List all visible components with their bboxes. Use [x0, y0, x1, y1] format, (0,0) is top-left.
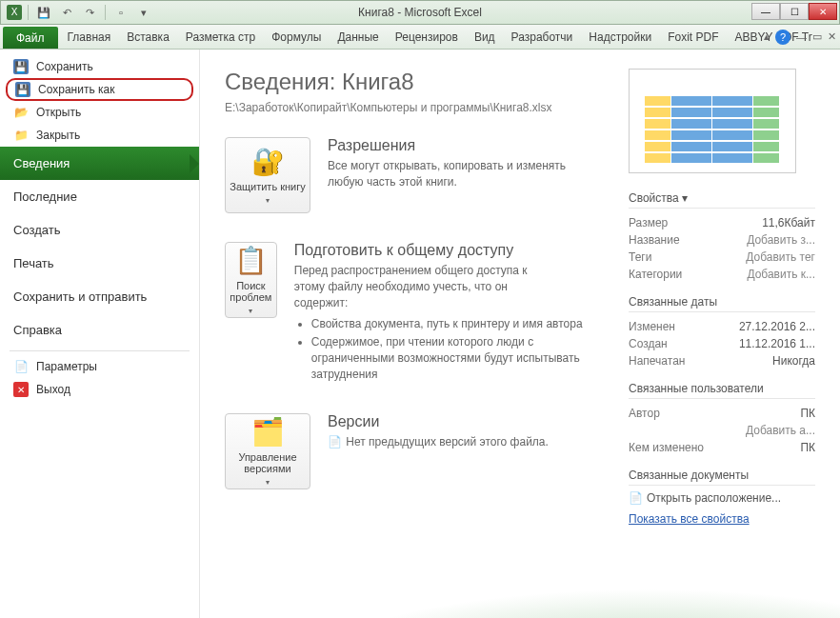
prop-created: Создан11.12.2016 1...: [629, 335, 815, 352]
prop-size: Размер11,6Кбайт: [629, 214, 815, 231]
prop-author: АвторПК: [629, 405, 815, 422]
sidebar-save-send[interactable]: Сохранить и отправить: [0, 280, 199, 313]
prop-title[interactable]: НазваниеДобавить з...: [629, 231, 815, 249]
prepare-section: 📋 Поиск проблем▾ Подготовить к общему до…: [225, 242, 619, 385]
titlebar: X 💾 ↶ ↷ ▫ ▾ Книга8 - Microsoft Excel — ☐…: [0, 0, 840, 25]
docs-header: Связанные документы: [629, 466, 815, 486]
info-main: Сведения: Книга8 E:\Заработок\Копирайт\К…: [225, 69, 619, 599]
file-tab[interactable]: Файл: [3, 27, 58, 49]
tab-review[interactable]: Рецензиров: [388, 25, 467, 49]
prepare-desc: Перед распространением общего доступа к …: [294, 263, 561, 310]
ribbon: Файл Главная Вставка Разметка стр Формул…: [0, 25, 840, 50]
mdi-minimize-icon[interactable]: —: [796, 31, 807, 43]
save-icon[interactable]: 💾: [34, 3, 53, 22]
prop-printed: НапечатанНикогда: [629, 352, 815, 369]
sidebar-new[interactable]: Создать: [0, 213, 199, 247]
prop-modified: Изменен27.12.2016 2...: [629, 318, 815, 335]
excel-icon: X: [7, 5, 22, 20]
help-icon[interactable]: ?: [775, 30, 790, 45]
qat-dropdown-icon[interactable]: ▾: [134, 3, 153, 22]
tab-pagelayout[interactable]: Разметка стр: [178, 25, 264, 49]
prepare-title: Подготовить к общему доступу: [294, 242, 619, 259]
qat-slot-icon[interactable]: ▫: [111, 3, 130, 22]
dates-header: Связанные даты: [629, 292, 815, 312]
permissions-title: Разрешения: [328, 137, 594, 154]
sidebar-exit[interactable]: Выход: [0, 378, 199, 401]
file-path: E:\Заработок\Копирайт\Компьютеры и прогр…: [225, 101, 619, 114]
close-button[interactable]: ✕: [809, 3, 837, 20]
tab-developer[interactable]: Разработчи: [504, 25, 582, 49]
minimize-button[interactable]: —: [751, 3, 780, 20]
tab-addins[interactable]: Надстройки: [581, 25, 660, 49]
sidebar-print[interactable]: Печать: [0, 247, 199, 280]
sidebar-options[interactable]: Параметры: [0, 355, 199, 378]
versions-icon: 🗂️: [251, 416, 285, 448]
tab-home[interactable]: Главная: [60, 25, 120, 49]
mdi-close-icon[interactable]: ✕: [828, 30, 836, 43]
sidebar-recent[interactable]: Последние: [0, 180, 199, 213]
backstage-sidebar: Сохранить Сохранить как Открыть Закрыть …: [0, 50, 200, 618]
prop-changed-by: Кем измененоПК: [629, 439, 815, 456]
prop-categories[interactable]: КатегорииДобавить к...: [629, 266, 815, 283]
maximize-button[interactable]: ☐: [780, 3, 809, 20]
protect-workbook-button[interactable]: 🔐 Защитить книгу▾: [225, 137, 310, 213]
sidebar-info[interactable]: Сведения: [0, 147, 199, 180]
sidebar-save-as[interactable]: Сохранить как: [6, 78, 193, 101]
lock-icon: 🔐: [251, 146, 285, 177]
backstage: Сохранить Сохранить как Открыть Закрыть …: [0, 50, 840, 618]
versions-section: 🗂️ Управление версиями▾ Версии 📄 Нет пре…: [225, 413, 619, 489]
open-icon: [13, 105, 29, 120]
document-thumbnail[interactable]: [629, 69, 796, 173]
options-icon: [13, 359, 29, 374]
sidebar-save[interactable]: Сохранить: [0, 55, 199, 78]
users-header: Связанные пользователи: [629, 379, 815, 399]
permissions-section: 🔐 Защитить книгу▾ Разрешения Все могут о…: [225, 137, 619, 213]
chevron-down-icon: ▾: [266, 478, 270, 487]
sidebar-help[interactable]: Справка: [0, 313, 199, 347]
sidebar-open[interactable]: Открыть: [0, 101, 199, 124]
redo-icon[interactable]: ↷: [80, 3, 99, 22]
prepare-bullet: Содержимое, при чтении которого люди с о…: [311, 334, 619, 382]
ribbon-min-icon[interactable]: ▴: [764, 30, 770, 43]
versions-desc: 📄 Нет предыдущих версий этого файла.: [328, 434, 549, 450]
checklist-icon: 📋: [234, 245, 268, 276]
window-title: Книга8 - Microsoft Excel: [358, 6, 482, 19]
document-icon: 📄: [629, 491, 643, 505]
exit-icon: [13, 382, 29, 397]
tab-foxit[interactable]: Foxit PDF: [660, 25, 727, 49]
prepare-bullet: Свойства документа, путь к принтеру и им…: [311, 316, 619, 332]
permissions-desc: Все могут открывать, копировать и изменя…: [328, 158, 594, 190]
page-title: Сведения: Книга8: [225, 69, 619, 95]
mdi-restore-icon[interactable]: ▭: [812, 30, 822, 43]
check-issues-button[interactable]: 📋 Поиск проблем▾: [225, 242, 277, 318]
tab-data[interactable]: Данные: [330, 25, 387, 49]
backstage-content: Сведения: Книга8 E:\Заработок\Копирайт\К…: [200, 50, 840, 618]
versions-title: Версии: [328, 413, 549, 430]
open-file-location[interactable]: 📄Открыть расположение...: [629, 491, 815, 505]
chevron-down-icon: ▾: [249, 307, 252, 315]
tab-view[interactable]: Вид: [467, 25, 504, 49]
prop-tags[interactable]: ТегиДобавить тег: [629, 249, 815, 266]
prop-add-author[interactable]: Добавить а...: [629, 422, 815, 439]
save-icon: [13, 59, 29, 74]
sidebar-close[interactable]: Закрыть: [0, 124, 199, 147]
quick-access-toolbar: X 💾 ↶ ↷ ▫ ▾: [1, 3, 153, 22]
properties-header[interactable]: Свойства ▾: [629, 189, 815, 209]
manage-versions-button[interactable]: 🗂️ Управление версиями▾: [225, 413, 310, 489]
properties-panel: Свойства ▾ Размер11,6Кбайт НазваниеДобав…: [629, 69, 815, 599]
close-icon: [13, 128, 29, 143]
tab-insert[interactable]: Вставка: [119, 25, 178, 49]
tab-formulas[interactable]: Формулы: [264, 25, 330, 49]
save-as-icon: [15, 82, 30, 97]
chevron-down-icon: ▾: [266, 196, 270, 205]
document-icon: 📄: [328, 434, 343, 450]
window-controls: — ☐ ✕: [751, 3, 837, 20]
undo-icon[interactable]: ↶: [57, 3, 76, 22]
show-all-properties[interactable]: Показать все свойства: [629, 512, 815, 526]
